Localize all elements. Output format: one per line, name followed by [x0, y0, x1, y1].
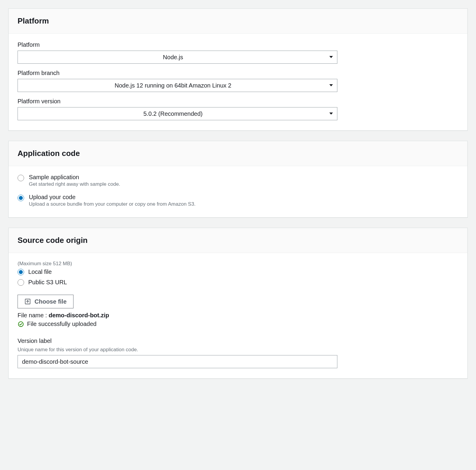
platform-panel: Platform Platform Node.js Platform branc… — [8, 8, 468, 131]
public-s3-label[interactable]: Public S3 URL — [28, 279, 67, 286]
version-label-group: Version label Unique name for this versi… — [18, 338, 458, 368]
success-check-icon — [18, 321, 24, 327]
upload-your-code-text: Upload your code Upload a source bundle … — [29, 194, 195, 207]
sample-application-label[interactable]: Sample application — [29, 174, 79, 180]
version-label-input[interactable] — [18, 355, 337, 368]
platform-branch-label: Platform branch — [18, 70, 458, 76]
upload-your-code-radio[interactable] — [18, 195, 24, 201]
application-code-panel-title: Application code — [18, 149, 458, 158]
version-label-help: Unique name for this version of your app… — [18, 347, 458, 353]
local-file-label[interactable]: Local file — [28, 268, 52, 275]
platform-panel-body: Platform Node.js Platform branch Node.js… — [9, 34, 467, 130]
file-name-label: File name : — [18, 312, 48, 318]
upload-success-line: File successfully uploaded — [18, 321, 458, 327]
application-code-panel-body: Sample application Get started right awa… — [9, 166, 467, 217]
application-code-panel: Application code Sample application Get … — [8, 141, 468, 218]
file-name-line: File name : demo-discord-bot.zip — [18, 312, 458, 319]
local-file-option: Local file — [18, 268, 458, 275]
source-code-origin-panel-title: Source code origin — [18, 236, 458, 245]
platform-branch-select-wrap: Node.js 12 running on 64bit Amazon Linux… — [18, 79, 337, 92]
sample-application-option: Sample application Get started right awa… — [18, 174, 458, 187]
platform-panel-title: Platform — [18, 16, 458, 26]
upload-your-code-desc: Upload a source bundle from your compute… — [29, 201, 195, 207]
file-name-value: demo-discord-bot.zip — [48, 312, 109, 318]
platform-field: Platform Node.js — [18, 41, 458, 64]
platform-branch-select[interactable]: Node.js 12 running on 64bit Amazon Linux… — [18, 79, 337, 92]
platform-version-select[interactable]: 5.0.2 (Recommended) — [18, 107, 337, 120]
application-code-panel-header: Application code — [9, 141, 467, 166]
version-label-label: Version label — [18, 338, 458, 344]
choose-file-button[interactable]: Choose file — [18, 295, 73, 308]
sample-application-radio[interactable] — [18, 175, 24, 181]
platform-select[interactable]: Node.js — [18, 51, 337, 64]
platform-version-field: Platform version 5.0.2 (Recommended) — [18, 98, 458, 120]
platform-panel-header: Platform — [9, 9, 467, 34]
source-code-origin-panel-body: (Maximum size 512 MB) Local file Public … — [9, 253, 467, 378]
platform-version-label: Platform version — [18, 98, 458, 105]
source-code-origin-panel: Source code origin (Maximum size 512 MB)… — [8, 228, 468, 379]
local-file-radio[interactable] — [18, 269, 24, 275]
sample-application-desc: Get started right away with sample code. — [29, 181, 120, 187]
upload-icon — [24, 298, 31, 305]
platform-label: Platform — [18, 41, 458, 48]
upload-success-text: File successfully uploaded — [27, 321, 96, 327]
platform-select-wrap: Node.js — [18, 51, 337, 64]
upload-your-code-option: Upload your code Upload a source bundle … — [18, 194, 458, 207]
platform-branch-field: Platform branch Node.js 12 running on 64… — [18, 70, 458, 92]
platform-version-select-wrap: 5.0.2 (Recommended) — [18, 107, 337, 120]
source-code-origin-panel-header: Source code origin — [9, 228, 467, 253]
public-s3-radio[interactable] — [18, 279, 24, 286]
public-s3-option: Public S3 URL — [18, 279, 458, 286]
sample-application-text: Sample application Get started right awa… — [29, 174, 120, 187]
choose-file-button-label: Choose file — [35, 298, 67, 305]
upload-your-code-label[interactable]: Upload your code — [29, 194, 76, 200]
max-size-help: (Maximum size 512 MB) — [18, 261, 458, 267]
